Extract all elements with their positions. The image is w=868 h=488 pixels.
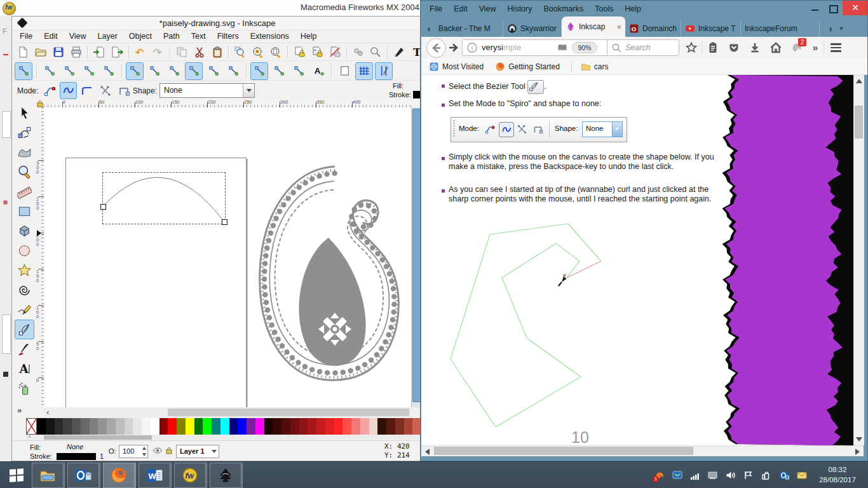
- inkscape-menu-path[interactable]: Path: [158, 30, 185, 42]
- zoom-level-badge[interactable]: 90%: [572, 42, 597, 53]
- bookmark-item-getting-started[interactable]: Getting Started: [495, 62, 560, 72]
- copy-button[interactable]: [173, 44, 190, 60]
- palette-swatch[interactable]: [404, 418, 413, 435]
- inkscape-menu-object[interactable]: Object: [124, 30, 157, 42]
- shape-dropdown[interactable]: None: [159, 83, 255, 98]
- tab-list-dropdown[interactable]: ▾: [836, 20, 846, 37]
- tray-avast[interactable]: 1: [654, 470, 665, 480]
- reading-list-button[interactable]: [702, 38, 723, 57]
- scroll-down-arrow[interactable]: [856, 437, 862, 442]
- taskbar-clock[interactable]: 08:32 28/08/2017: [811, 464, 864, 485]
- tool-measure[interactable]: [15, 182, 34, 201]
- new-document-button[interactable]: [15, 44, 31, 60]
- firefox-menu-edit[interactable]: Edit: [454, 4, 468, 13]
- window-maximize-button[interactable]: [825, 2, 841, 15]
- snap-nodes-button[interactable]: [126, 62, 144, 80]
- tray-signal-bars[interactable]: [690, 470, 700, 480]
- tray-outlook-mini[interactable]: [779, 470, 789, 480]
- palette-swatch[interactable]: [37, 418, 46, 435]
- tool-text[interactable]: A: [15, 359, 34, 379]
- horizontal-ruler[interactable]: 050100150200250300350400: [44, 99, 411, 108]
- palette-swatch[interactable]: [377, 418, 386, 435]
- status-fill-value[interactable]: None: [67, 443, 83, 451]
- firefox-menu-view[interactable]: View: [479, 4, 496, 13]
- palette-swatch[interactable]: [290, 418, 299, 435]
- inkscape-menu-text[interactable]: Text: [186, 30, 211, 42]
- snap-smooth-nodes-button[interactable]: [205, 62, 222, 80]
- inkscape-titlebar[interactable]: *paisely-drawing.svg - Inkscape: [12, 17, 423, 30]
- mode-straight-segments-button[interactable]: [78, 82, 95, 99]
- duplicate-button[interactable]: [291, 44, 308, 60]
- tab-skywarrior[interactable]: Skywarrior: [503, 20, 562, 37]
- taskbar-app-word[interactable]: W: [139, 463, 172, 488]
- tool-selector[interactable]: [15, 103, 34, 123]
- palette-swatch[interactable]: [229, 418, 238, 435]
- taskbar-app-file-explorer[interactable]: [32, 463, 65, 488]
- inkscape-canvas[interactable]: [44, 107, 411, 407]
- window-minimize-button[interactable]: [807, 2, 824, 15]
- palette-swatch[interactable]: [133, 418, 142, 435]
- inkscape-menu-file[interactable]: File: [15, 30, 37, 42]
- palette-swatch[interactable]: [72, 418, 81, 435]
- tray-mail-envelope[interactable]: [797, 470, 807, 480]
- fill-stroke-editor-button[interactable]: [391, 44, 407, 60]
- taskbar-app-inkscape[interactable]: [210, 463, 243, 488]
- mode-paraxial-button[interactable]: [115, 82, 132, 99]
- tab-backer-the-m[interactable]: Backer - The M: [435, 20, 503, 37]
- canvas-horizontal-scrollbar[interactable]: ‹: [44, 407, 411, 417]
- palette-swatch[interactable]: [316, 418, 325, 435]
- mode-spiro-button[interactable]: [60, 82, 77, 99]
- shape-dropdown-arrow[interactable]: [243, 84, 254, 97]
- tool-star[interactable]: [15, 261, 34, 280]
- palette-scrollbar[interactable]: ‹: [26, 435, 421, 440]
- palette-swatch[interactable]: [299, 418, 308, 435]
- inkscape-menu-filters[interactable]: Filters: [212, 30, 244, 42]
- palette-swatch[interactable]: [212, 418, 220, 435]
- spinbox-down-arrow[interactable]: [142, 453, 146, 456]
- home-button[interactable]: [765, 38, 786, 57]
- tab-domainch[interactable]: ODomainch: [625, 20, 681, 37]
- ruler-lock-icon[interactable]: [36, 100, 44, 107]
- palette-swatch[interactable]: [325, 418, 334, 435]
- tool-tweak[interactable]: [15, 142, 34, 162]
- mode-zigzag-button[interactable]: [97, 82, 114, 99]
- palette-swatch[interactable]: [220, 418, 229, 435]
- palette-swatch[interactable]: [98, 418, 107, 435]
- status-stroke-swatch[interactable]: [57, 453, 96, 460]
- snap-guides-button[interactable]: [375, 62, 393, 80]
- overflow-menu-button[interactable]: »: [807, 38, 824, 57]
- snap-text-baseline-button[interactable]: A: [309, 62, 327, 80]
- tray-remote-desktop[interactable]: [672, 470, 682, 480]
- palette-swatch[interactable]: [360, 418, 369, 435]
- snap-bbox-button[interactable]: [41, 62, 58, 80]
- save-document-button[interactable]: [50, 44, 67, 60]
- content-horizontal-scrollbar[interactable]: [421, 445, 864, 456]
- node-handle[interactable]: [100, 204, 106, 210]
- hamburger-menu-button[interactable]: [824, 38, 847, 57]
- layer-dropdown[interactable]: Layer 1: [176, 445, 219, 458]
- tray-second-monitor[interactable]: [708, 470, 718, 480]
- snap-bbox-corners-button[interactable]: [80, 62, 98, 80]
- palette-swatch[interactable]: [90, 418, 98, 435]
- tab-inkscap[interactable]: Inkscap×: [562, 17, 625, 37]
- unlink-clone-button[interactable]: [327, 44, 343, 60]
- site-info-icon[interactable]: i: [466, 42, 478, 55]
- snap-others-button[interactable]: [250, 62, 268, 80]
- content-vertical-scrollbar[interactable]: [853, 75, 864, 445]
- snap-path-intersections-button[interactable]: [165, 62, 183, 80]
- tool-box-3d[interactable]: [15, 221, 34, 241]
- canvas-vertical-scrollbar[interactable]: [411, 107, 421, 407]
- back-button[interactable]: [426, 38, 446, 58]
- palette-swatch[interactable]: [142, 418, 151, 435]
- layer-visibility-icon[interactable]: [153, 446, 162, 457]
- palette-swatch[interactable]: [281, 418, 290, 435]
- taskbar-app-fireworks[interactable]: fw: [174, 463, 207, 488]
- palette-swatch[interactable]: [107, 418, 116, 435]
- inkscape-menu-extensions[interactable]: Extensions: [245, 30, 294, 42]
- scroll-up-arrow[interactable]: [856, 79, 862, 83]
- snap-bbox-edges-button[interactable]: [60, 62, 78, 80]
- tool-pencil[interactable]: [15, 300, 34, 320]
- scroll-left-arrow[interactable]: [425, 449, 430, 455]
- opacity-spinbox[interactable]: 100: [119, 445, 148, 458]
- mode-bezier-regular-button[interactable]: [41, 82, 58, 99]
